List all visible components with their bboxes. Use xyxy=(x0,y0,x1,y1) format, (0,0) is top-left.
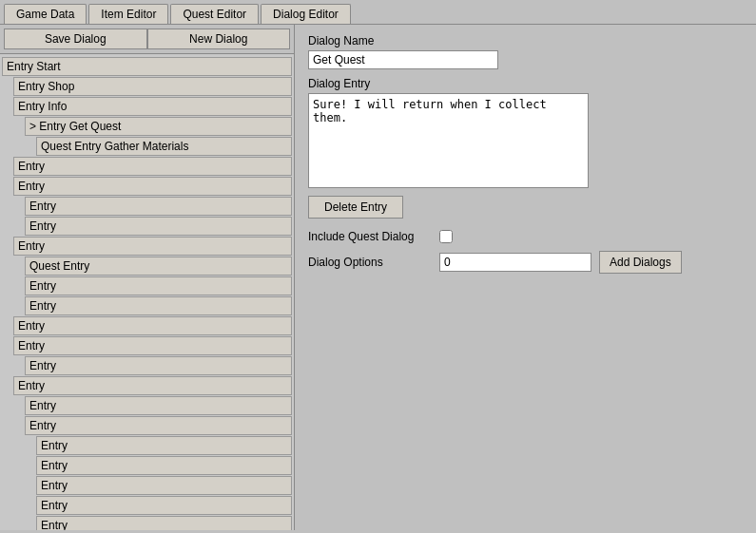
tree-item[interactable]: Entry xyxy=(25,416,292,435)
dialog-options-row: Dialog Options Add Dialogs xyxy=(308,251,743,274)
include-quest-label: Include Quest Dialog xyxy=(308,230,432,243)
tree-item[interactable]: Entry xyxy=(13,157,292,176)
new-dialog-button[interactable]: New Dialog xyxy=(147,29,291,49)
tree-item[interactable]: Entry Start xyxy=(2,57,292,76)
dialog-entry-textarea[interactable]: Sure! I will return when I collect them. xyxy=(308,93,589,188)
dialog-options-label: Dialog Options xyxy=(308,256,432,269)
main-area: Save Dialog New Dialog Entry StartEntry … xyxy=(0,24,756,530)
dialog-entry-label: Dialog Entry xyxy=(308,77,743,90)
tab-quest-editor[interactable]: Quest Editor xyxy=(170,4,259,24)
tree-item[interactable]: Entry xyxy=(36,496,292,515)
tree-item[interactable]: > Entry Get Quest xyxy=(25,117,292,136)
tree-item[interactable]: Entry xyxy=(36,436,292,455)
left-panel: Save Dialog New Dialog Entry StartEntry … xyxy=(0,25,295,530)
tab-game-data[interactable]: Game Data xyxy=(4,4,87,24)
tree-item[interactable]: Entry Info xyxy=(13,97,292,116)
tree-item[interactable]: Entry xyxy=(25,356,292,375)
dialog-tree[interactable]: Entry StartEntry ShopEntry Info> Entry G… xyxy=(0,54,294,530)
tree-item[interactable]: Entry xyxy=(25,197,292,216)
tree-item[interactable]: Entry xyxy=(36,456,292,475)
right-panel: Dialog Name Dialog Entry Sure! I will re… xyxy=(295,25,756,530)
tree-item[interactable]: Entry xyxy=(13,316,292,335)
tree-item[interactable]: Entry xyxy=(13,177,292,196)
tab-item-editor[interactable]: Item Editor xyxy=(88,4,168,24)
tree-item[interactable]: Entry xyxy=(25,217,292,236)
tree-item[interactable]: Entry xyxy=(25,396,292,415)
delete-entry-button[interactable]: Delete Entry xyxy=(308,196,403,219)
dialog-name-input[interactable] xyxy=(308,50,498,69)
tree-item[interactable]: Entry xyxy=(13,237,292,256)
tree-item[interactable]: Entry xyxy=(36,516,292,530)
tab-dialog-editor[interactable]: Dialog Editor xyxy=(261,4,351,24)
add-dialogs-button[interactable]: Add Dialogs xyxy=(599,251,682,274)
tree-item[interactable]: Entry xyxy=(13,376,292,395)
tree-item[interactable]: Entry xyxy=(13,336,292,355)
tree-item[interactable]: Quest Entry xyxy=(25,257,292,276)
tree-item[interactable]: Entry xyxy=(25,276,292,295)
dialog-name-label: Dialog Name xyxy=(308,34,743,48)
save-dialog-button[interactable]: Save Dialog xyxy=(4,29,147,49)
include-quest-checkbox[interactable] xyxy=(439,230,453,243)
tree-item[interactable]: Quest Entry Gather Materials xyxy=(36,137,292,156)
dialog-options-input[interactable] xyxy=(439,253,591,272)
tree-item[interactable]: Entry xyxy=(36,476,292,495)
top-tab-bar: Game Data Item Editor Quest Editor Dialo… xyxy=(0,0,756,24)
left-toolbar: Save Dialog New Dialog xyxy=(0,25,294,54)
tree-item[interactable]: Entry xyxy=(25,296,292,315)
tree-item[interactable]: Entry Shop xyxy=(13,77,292,96)
include-quest-row: Include Quest Dialog xyxy=(308,230,743,243)
